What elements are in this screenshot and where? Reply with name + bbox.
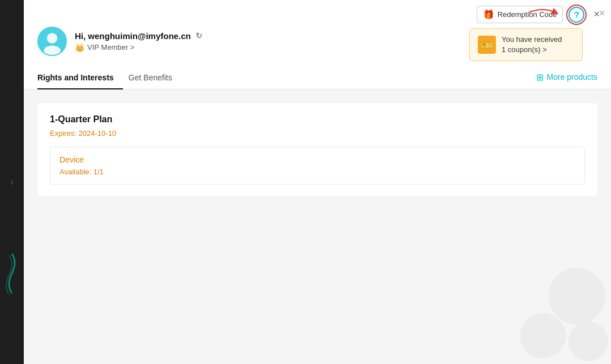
- expiry-label: Expires:: [50, 129, 77, 138]
- topbar: 🎁 Redemption Code ? ×: [24, 0, 611, 27]
- coupon-popup[interactable]: 🎫 You have received 1 coupon(s) >: [469, 28, 583, 61]
- svg-point-3: [44, 45, 61, 55]
- plan-card: 1-Quarter Plan Expires: 2024-10-10 Devic…: [37, 103, 597, 196]
- available-label: Available:: [60, 168, 91, 176]
- refresh-icon[interactable]: ↻: [196, 31, 202, 40]
- more-products-label: More products: [547, 72, 597, 82]
- user-greeting: Hi, wenghuimin@imyfone.cn ↻: [75, 31, 202, 41]
- expiry-date: 2024-10-10: [79, 129, 117, 138]
- svg-point-4: [549, 268, 605, 324]
- vip-label: VIP Member >: [87, 43, 134, 52]
- sidebar-chevron-icon[interactable]: ‹: [10, 176, 14, 188]
- device-available: Available: 1/1: [60, 168, 575, 176]
- vip-badge[interactable]: 👑 VIP Member >: [75, 43, 202, 52]
- redemption-code-button[interactable]: 🎁 Redemption Code: [477, 6, 563, 23]
- available-value: 1/1: [94, 168, 104, 176]
- gift-icon: 🎁: [483, 9, 494, 20]
- ticket-icon: 🎫: [481, 40, 493, 50]
- redemption-label: Redemption Code: [498, 10, 557, 19]
- tab-rights-label: Rights and Interests: [37, 73, 114, 82]
- svg-point-2: [47, 33, 57, 43]
- user-info: Hi, wenghuimin@imyfone.cn ↻ 👑 VIP Member…: [75, 31, 202, 52]
- tab-rights-and-interests[interactable]: Rights and Interests: [37, 65, 123, 89]
- modal-panel: 🎁 Redemption Code ? ×: [24, 0, 611, 364]
- plan-expiry: Expires: 2024-10-10: [50, 129, 585, 138]
- coupon-icon: 🎫: [478, 36, 496, 54]
- tab-benefits-label: Get Benefits: [129, 73, 172, 82]
- help-button[interactable]: ?: [568, 7, 584, 23]
- help-icon: ?: [574, 10, 579, 19]
- plan-name: 1-Quarter Plan: [50, 114, 585, 125]
- tabs-bar: Rights and Interests Get Benefits ⊞ More…: [24, 65, 611, 89]
- background-decoration: [498, 251, 611, 364]
- app-window: ‹ 🎁 Redemption Code ? ×: [0, 0, 611, 364]
- device-section: Device Available: 1/1: [50, 147, 585, 185]
- tab-get-benefits[interactable]: Get Benefits: [129, 65, 181, 89]
- more-products-button[interactable]: ⊞ More products: [536, 72, 597, 83]
- svg-point-5: [520, 313, 566, 358]
- svg-point-6: [568, 322, 608, 361]
- sidebar: ‹: [0, 0, 24, 364]
- content-area: 1-Quarter Plan Expires: 2024-10-10 Devic…: [24, 89, 611, 364]
- greeting-text: Hi, wenghuimin@imyfone.cn: [75, 31, 191, 41]
- outer-close-button[interactable]: ×: [599, 7, 605, 20]
- grid-icon: ⊞: [536, 72, 544, 83]
- coupon-text: You have received 1 coupon(s) >: [502, 35, 562, 55]
- sidebar-wave-decoration: [3, 251, 20, 296]
- device-label: Device: [60, 155, 575, 164]
- avatar: [37, 27, 67, 56]
- crown-icon: 👑: [75, 43, 84, 52]
